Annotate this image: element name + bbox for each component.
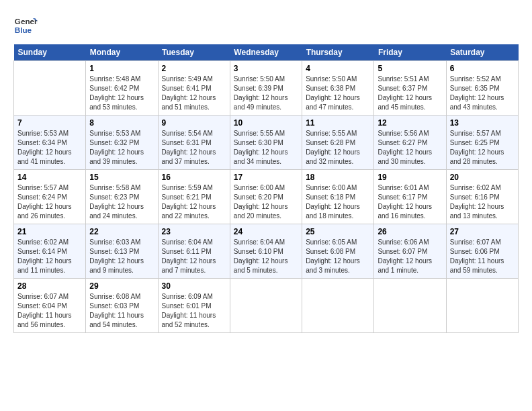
day-info: Sunrise: 5:55 AMSunset: 6:30 PMDaylight:…	[234, 129, 298, 167]
day-number: 17	[234, 173, 298, 182]
day-info: Sunrise: 5:53 AMSunset: 6:34 PMDaylight:…	[17, 129, 82, 167]
day-number: 28	[17, 281, 82, 291]
calendar-cell: 29Sunrise: 6:08 AMSunset: 6:03 PMDayligh…	[86, 279, 158, 333]
day-info: Sunrise: 6:00 AMSunset: 6:20 PMDaylight:…	[234, 183, 298, 221]
day-info: Sunrise: 5:59 AMSunset: 6:21 PMDaylight:…	[162, 183, 226, 221]
weekday-header-wednesday: Wednesday	[230, 44, 302, 61]
calendar-cell: 23Sunrise: 6:04 AMSunset: 6:11 PMDayligh…	[158, 224, 230, 279]
calendar-cell: 2Sunrise: 5:49 AMSunset: 6:41 PMDaylight…	[158, 61, 230, 116]
weekday-header-row: SundayMondayTuesdayWednesdayThursdayFrid…	[14, 44, 519, 61]
calendar-cell: 4Sunrise: 5:50 AMSunset: 6:38 PMDaylight…	[302, 61, 374, 116]
day-number: 5	[378, 64, 442, 73]
page-header: General Blue	[13, 13, 519, 38]
calendar-cell	[374, 279, 446, 333]
calendar-cell: 13Sunrise: 5:57 AMSunset: 6:25 PMDayligh…	[446, 116, 518, 170]
day-info: Sunrise: 5:55 AMSunset: 6:28 PMDaylight:…	[306, 129, 370, 167]
day-number: 22	[89, 227, 154, 236]
calendar-cell	[446, 279, 518, 333]
calendar-cell: 12Sunrise: 5:56 AMSunset: 6:27 PMDayligh…	[374, 116, 446, 170]
calendar-cell: 19Sunrise: 6:01 AMSunset: 6:17 PMDayligh…	[374, 170, 446, 224]
calendar-cell: 14Sunrise: 5:57 AMSunset: 6:24 PMDayligh…	[14, 170, 86, 224]
calendar-cell: 1Sunrise: 5:48 AMSunset: 6:42 PMDaylight…	[86, 61, 158, 116]
day-info: Sunrise: 5:57 AMSunset: 6:24 PMDaylight:…	[17, 183, 82, 221]
day-number: 9	[162, 118, 226, 128]
day-info: Sunrise: 5:50 AMSunset: 6:39 PMDaylight:…	[234, 75, 298, 112]
calendar-table: SundayMondayTuesdayWednesdayThursdayFrid…	[13, 44, 519, 333]
day-number: 1	[89, 64, 154, 73]
calendar-cell	[302, 279, 374, 333]
day-info: Sunrise: 6:08 AMSunset: 6:03 PMDaylight:…	[89, 292, 154, 330]
calendar-cell: 25Sunrise: 6:05 AMSunset: 6:08 PMDayligh…	[302, 224, 374, 279]
day-number: 29	[89, 281, 154, 291]
calendar-cell: 28Sunrise: 6:07 AMSunset: 6:04 PMDayligh…	[14, 279, 86, 333]
calendar-cell: 20Sunrise: 6:02 AMSunset: 6:16 PMDayligh…	[446, 170, 518, 224]
day-number: 18	[306, 173, 370, 182]
day-info: Sunrise: 6:00 AMSunset: 6:18 PMDaylight:…	[306, 183, 370, 221]
calendar-cell: 7Sunrise: 5:53 AMSunset: 6:34 PMDaylight…	[14, 116, 86, 170]
day-number: 21	[17, 227, 82, 236]
calendar-cell: 15Sunrise: 5:58 AMSunset: 6:23 PMDayligh…	[86, 170, 158, 224]
day-number: 20	[450, 173, 515, 182]
svg-text:Blue: Blue	[15, 26, 32, 34]
day-info: Sunrise: 6:02 AMSunset: 6:16 PMDaylight:…	[450, 183, 515, 221]
calendar-cell: 16Sunrise: 5:59 AMSunset: 6:21 PMDayligh…	[158, 170, 230, 224]
day-number: 24	[234, 227, 298, 236]
logo-icon: General Blue	[13, 13, 38, 38]
svg-text:General: General	[15, 17, 38, 26]
day-info: Sunrise: 5:51 AMSunset: 6:37 PMDaylight:…	[378, 75, 442, 112]
calendar-cell: 27Sunrise: 6:07 AMSunset: 6:06 PMDayligh…	[446, 224, 518, 279]
day-number: 16	[162, 173, 226, 182]
logo: General Blue	[13, 13, 38, 38]
day-number: 26	[378, 227, 442, 236]
day-info: Sunrise: 5:56 AMSunset: 6:27 PMDaylight:…	[378, 129, 442, 167]
day-info: Sunrise: 5:54 AMSunset: 6:31 PMDaylight:…	[162, 129, 226, 167]
day-number: 30	[162, 281, 226, 291]
calendar-cell: 24Sunrise: 6:04 AMSunset: 6:10 PMDayligh…	[230, 224, 302, 279]
calendar-cell: 3Sunrise: 5:50 AMSunset: 6:39 PMDaylight…	[230, 61, 302, 116]
week-row-1: 1Sunrise: 5:48 AMSunset: 6:42 PMDaylight…	[14, 61, 519, 116]
day-number: 11	[306, 118, 370, 128]
day-info: Sunrise: 5:52 AMSunset: 6:35 PMDaylight:…	[450, 75, 515, 112]
calendar-cell: 30Sunrise: 6:09 AMSunset: 6:01 PMDayligh…	[158, 279, 230, 333]
weekday-header-tuesday: Tuesday	[158, 44, 230, 61]
calendar-cell: 26Sunrise: 6:06 AMSunset: 6:07 PMDayligh…	[374, 224, 446, 279]
calendar-cell: 8Sunrise: 5:53 AMSunset: 6:32 PMDaylight…	[86, 116, 158, 170]
week-row-3: 14Sunrise: 5:57 AMSunset: 6:24 PMDayligh…	[14, 170, 519, 224]
week-row-5: 28Sunrise: 6:07 AMSunset: 6:04 PMDayligh…	[14, 279, 519, 333]
day-number: 13	[450, 118, 515, 128]
day-number: 6	[450, 64, 515, 73]
calendar-cell: 17Sunrise: 6:00 AMSunset: 6:20 PMDayligh…	[230, 170, 302, 224]
day-info: Sunrise: 6:04 AMSunset: 6:10 PMDaylight:…	[234, 238, 298, 275]
day-number: 10	[234, 118, 298, 128]
day-number: 3	[234, 64, 298, 73]
week-row-4: 21Sunrise: 6:02 AMSunset: 6:14 PMDayligh…	[14, 224, 519, 279]
calendar-cell: 21Sunrise: 6:02 AMSunset: 6:14 PMDayligh…	[14, 224, 86, 279]
calendar-cell	[14, 61, 86, 116]
weekday-header-thursday: Thursday	[302, 44, 374, 61]
day-info: Sunrise: 6:06 AMSunset: 6:07 PMDaylight:…	[378, 238, 442, 275]
day-info: Sunrise: 5:50 AMSunset: 6:38 PMDaylight:…	[306, 75, 370, 112]
calendar-cell: 5Sunrise: 5:51 AMSunset: 6:37 PMDaylight…	[374, 61, 446, 116]
day-number: 12	[378, 118, 442, 128]
weekday-header-sunday: Sunday	[14, 44, 86, 61]
calendar-cell: 9Sunrise: 5:54 AMSunset: 6:31 PMDaylight…	[158, 116, 230, 170]
calendar-cell: 10Sunrise: 5:55 AMSunset: 6:30 PMDayligh…	[230, 116, 302, 170]
weekday-header-friday: Friday	[374, 44, 446, 61]
calendar-cell	[230, 279, 302, 333]
day-info: Sunrise: 5:58 AMSunset: 6:23 PMDaylight:…	[89, 183, 154, 221]
day-info: Sunrise: 5:49 AMSunset: 6:41 PMDaylight:…	[162, 75, 226, 112]
calendar-cell: 22Sunrise: 6:03 AMSunset: 6:13 PMDayligh…	[86, 224, 158, 279]
day-info: Sunrise: 5:48 AMSunset: 6:42 PMDaylight:…	[89, 75, 154, 112]
day-number: 7	[17, 118, 82, 128]
day-number: 25	[306, 227, 370, 236]
weekday-header-monday: Monday	[86, 44, 158, 61]
day-info: Sunrise: 6:07 AMSunset: 6:06 PMDaylight:…	[450, 238, 515, 275]
day-info: Sunrise: 6:09 AMSunset: 6:01 PMDaylight:…	[162, 292, 226, 330]
day-number: 8	[89, 118, 154, 128]
day-number: 15	[89, 173, 154, 182]
weekday-header-saturday: Saturday	[446, 44, 518, 61]
week-row-2: 7Sunrise: 5:53 AMSunset: 6:34 PMDaylight…	[14, 116, 519, 170]
day-number: 19	[378, 173, 442, 182]
day-number: 23	[162, 227, 226, 236]
day-info: Sunrise: 6:07 AMSunset: 6:04 PMDaylight:…	[17, 292, 82, 330]
